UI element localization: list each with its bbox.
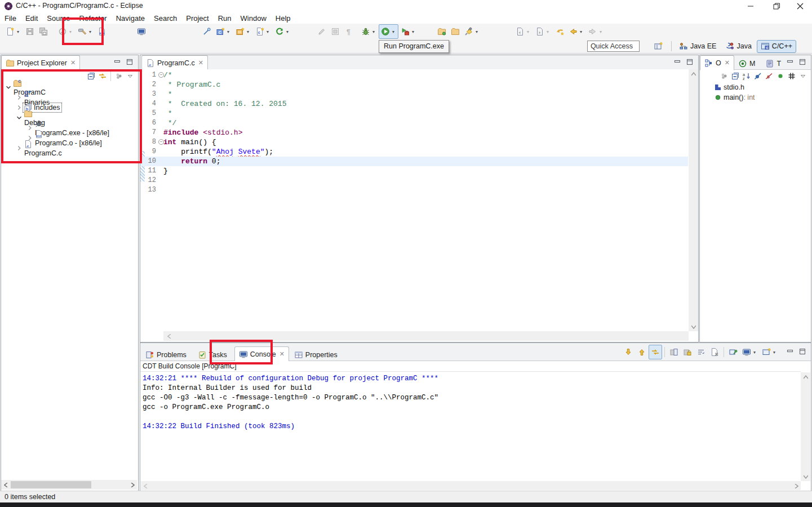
code-line-5[interactable]: 5 * [140, 109, 688, 118]
new-wizard-button[interactable]: ▾ [3, 24, 23, 39]
menu-edit[interactable]: Edit [21, 13, 42, 24]
maximize-view-button[interactable] [684, 57, 696, 66]
follow-active-button[interactable] [649, 345, 662, 359]
hide-static-button[interactable]: s [765, 72, 774, 81]
back-button[interactable]: ▾ [566, 24, 586, 39]
scope-pin-button[interactable] [200, 24, 214, 39]
tab-outline-o[interactable]: O✕ [700, 55, 734, 70]
focus-button[interactable] [720, 72, 729, 81]
code-line-10[interactable]: 10 return 0; [140, 157, 688, 166]
dropdown-arrow-icon[interactable]: ▾ [578, 29, 584, 34]
clear-console-button[interactable] [708, 345, 721, 359]
maximize-view-button[interactable] [796, 57, 809, 66]
menu-window[interactable]: Window [236, 13, 271, 24]
dropdown-arrow-icon[interactable]: ▾ [245, 29, 251, 34]
code-line-2[interactable]: 2 * ProgramC.c [140, 80, 688, 90]
scroll-down-icon[interactable] [689, 322, 698, 331]
scroll-down-icon[interactable] [801, 472, 810, 481]
outline-item-main-[interactable]: main() : int [700, 92, 811, 103]
menu-file[interactable]: File [0, 13, 21, 24]
open-resource-button[interactable] [449, 24, 462, 39]
dropdown-arrow-icon[interactable]: ▾ [410, 29, 416, 34]
maximize-view-button[interactable] [123, 57, 136, 66]
maximize-view-button[interactable] [796, 347, 809, 356]
scroll-left-icon[interactable] [1, 480, 11, 490]
code-line-13[interactable]: 13 [140, 185, 688, 195]
console-output[interactable]: 14:32:21 **** Rebuild of configuration D… [143, 374, 800, 432]
vertical-scrollbar[interactable] [801, 372, 810, 481]
close-icon[interactable]: ✕ [198, 59, 203, 66]
perspective-c-c-[interactable]: CC/C++ [757, 40, 796, 53]
dropdown-arrow-icon[interactable]: ▾ [771, 350, 777, 355]
menu-search[interactable]: Search [149, 13, 181, 24]
dropdown-arrow-icon[interactable]: ▾ [285, 29, 290, 34]
code-line-7[interactable]: 7#include <stdio.h> [140, 128, 688, 137]
display-console-button[interactable]: ▾ [740, 345, 760, 359]
horizontal-scrollbar[interactable] [141, 481, 801, 490]
dropdown-arrow-icon[interactable]: ▾ [265, 29, 270, 34]
minimize-view-button[interactable] [111, 57, 123, 66]
dropdown-arrow-icon[interactable]: ▾ [474, 29, 480, 34]
arrow-up-gold-button[interactable] [635, 345, 649, 359]
quick-access-input[interactable]: Quick Access [587, 41, 640, 52]
open-perspective-button[interactable] [650, 40, 667, 53]
scroll-left-icon[interactable] [141, 481, 150, 491]
vertical-scrollbar[interactable] [689, 69, 698, 331]
perspective-java[interactable]: Java [721, 40, 755, 53]
view-menu-button[interactable] [798, 72, 807, 81]
tab-problems[interactable]: Problems [141, 348, 193, 361]
code-line-11[interactable]: 11} [140, 166, 688, 176]
scrollbar-thumb[interactable] [11, 481, 91, 488]
code-line-6[interactable]: 6 */ [140, 118, 688, 128]
pin-console-button[interactable] [726, 345, 740, 359]
code-editor[interactable]: 1−/*2 * ProgramC.c3 *4 * Created on: 16.… [140, 69, 698, 342]
last-edit-location-button[interactable] [553, 24, 566, 39]
dropdown-arrow-icon[interactable]: ▾ [391, 29, 396, 34]
perspective-java-ee[interactable]: Java EE [675, 40, 721, 53]
code-line-9[interactable]: 9 printf("Ahoj Svete"); [140, 147, 688, 157]
debug-button[interactable]: ▾ [359, 24, 379, 39]
arrow-down-gold-button[interactable] [622, 345, 635, 359]
close-icon[interactable]: ✕ [70, 59, 76, 66]
word-wrap-button[interactable] [694, 345, 708, 359]
code-line-1[interactable]: 1−/* [140, 70, 688, 80]
filters-button[interactable] [787, 72, 796, 81]
tab-project-explorer[interactable]: Project Explorer ✕ [1, 55, 80, 70]
menu-project[interactable]: Project [181, 13, 213, 24]
new-c-file-button[interactable]: c▾ [253, 24, 273, 39]
lock-console-button[interactable] [681, 345, 694, 359]
new-cpp-project-button[interactable]: ▾ [233, 24, 253, 39]
hide-fields-button[interactable] [753, 72, 762, 81]
horizontal-scrollbar[interactable] [1, 480, 137, 490]
scroll-up-icon[interactable] [801, 372, 810, 382]
scroll-right-icon[interactable] [127, 480, 137, 490]
code-line-3[interactable]: 3 * [140, 90, 688, 99]
menu-run[interactable]: Run [214, 13, 236, 24]
run-button[interactable]: ▾ [379, 24, 398, 39]
code-line-4[interactable]: 4 * Created on: 16. 12. 2015 [140, 99, 688, 109]
close-icon[interactable]: ✕ [725, 59, 730, 66]
search-button[interactable]: ▾ [462, 24, 482, 39]
scroll-left-icon[interactable] [165, 331, 174, 341]
dropdown-arrow-icon[interactable]: ▾ [752, 350, 757, 355]
restore-button[interactable] [767, 0, 786, 12]
code-line-12[interactable]: 12 [140, 176, 688, 185]
minimize-view-button[interactable] [784, 57, 796, 66]
outline-item-stdio-h[interactable]: stdio.h [700, 82, 811, 92]
open-element-button[interactable] [435, 24, 449, 39]
dropdown-arrow-icon[interactable]: ▾ [15, 29, 21, 34]
run-external-tools-button[interactable]: ▾ [398, 24, 418, 39]
new-c-project-button[interactable]: C▾ [214, 24, 233, 39]
tab-properties[interactable]: Properties [290, 348, 344, 361]
hide-non-public-button[interactable] [776, 72, 785, 81]
close-icon[interactable]: ✕ [279, 350, 285, 358]
scroll-up-icon[interactable] [689, 69, 698, 79]
close-button[interactable] [791, 0, 810, 12]
menu-navigate[interactable]: Navigate [112, 13, 149, 24]
dropdown-arrow-icon[interactable]: ▾ [371, 29, 376, 34]
minimize-view-button[interactable] [784, 347, 796, 356]
menu-help[interactable]: Help [271, 13, 295, 24]
sort-az-button[interactable]: az [742, 72, 751, 81]
open-console-view-button[interactable] [135, 24, 148, 39]
tab-programc-c[interactable]: .c ProgramC.c ✕ [141, 55, 208, 70]
